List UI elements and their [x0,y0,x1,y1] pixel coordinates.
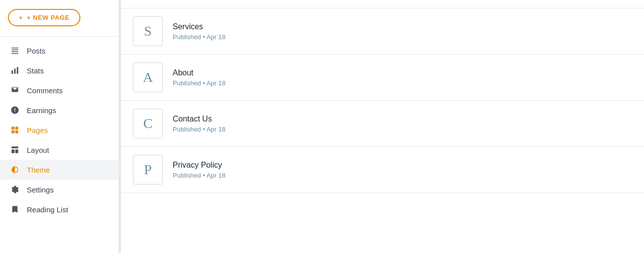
page-icon-services: S [133,16,163,46]
page-meta-services: Published • Apr 18 [173,33,225,41]
theme-icon [10,165,20,175]
svg-rect-9 [15,126,18,129]
page-item-contact[interactable]: C Contact Us Published • Apr 18 [121,101,644,147]
svg-rect-6 [17,67,18,74]
page-meta-privacy: Published • Apr 18 [173,172,225,179]
new-page-button[interactable]: + + NEW PAGE [8,9,80,26]
new-page-label: + NEW PAGE [27,14,69,21]
page-icon-contact: C [133,109,163,138]
page-meta-about: Published • Apr 18 [173,79,225,87]
sidebar-item-settings-label: Settings [27,186,54,194]
page-title-contact: Contact Us [173,115,225,124]
page-info-privacy: Privacy Policy Published • Apr 18 [173,161,225,179]
plus-icon: + [19,14,23,21]
page-icon-privacy: P [133,155,163,185]
svg-rect-10 [11,130,14,133]
sidebar-item-stats-label: Stats [27,66,44,75]
svg-rect-1 [11,50,18,51]
sidebar-item-reading-list[interactable]: Reading List [0,199,119,219]
svg-rect-12 [11,146,18,148]
page-item-services[interactable]: S Services Published • Apr 18 [121,8,644,55]
svg-rect-4 [11,70,13,74]
svg-rect-2 [11,52,18,53]
settings-icon [10,185,20,194]
layout-icon [10,145,20,155]
svg-rect-13 [11,149,14,153]
page-info-services: Services Published • Apr 18 [173,22,225,41]
sidebar-item-theme-label: Theme [27,166,50,174]
sidebar-item-posts[interactable]: Posts [0,41,119,61]
comments-icon [10,85,20,95]
svg-rect-5 [14,68,16,74]
svg-rect-0 [11,48,18,49]
sidebar-item-theme[interactable]: Theme [0,160,119,180]
page-title-about: About [173,68,225,77]
page-info-about: About Published • Apr 18 [173,68,225,87]
sidebar-item-comments[interactable]: Comments [0,80,119,100]
sidebar-item-stats[interactable]: Stats [0,61,119,80]
pages-icon [10,125,20,135]
sidebar-item-reading-list-label: Reading List [27,205,68,214]
sidebar-item-pages-label: Pages [27,126,48,134]
svg-rect-3 [11,53,18,54]
list-icon [10,46,20,56]
earnings-icon [10,105,20,115]
page-list: S Services Published • Apr 18 A About Pu… [121,8,644,193]
stats-icon [10,65,20,75]
sidebar-item-layout-label: Layout [27,146,49,154]
page-title-services: Services [173,22,225,31]
page-title-privacy: Privacy Policy [173,161,225,170]
svg-rect-11 [15,130,18,133]
page-icon-about: A [133,63,163,92]
page-item-privacy[interactable]: P Privacy Policy Published • Apr 18 [121,147,644,193]
sidebar-item-earnings-label: Earnings [27,106,56,115]
page-meta-contact: Published • Apr 18 [173,126,225,133]
page-info-contact: Contact Us Published • Apr 18 [173,115,225,133]
main-content: S Services Published • Apr 18 A About Pu… [121,0,644,253]
svg-rect-8 [11,126,14,129]
sidebar-item-pages[interactable]: Pages [0,120,119,140]
page-item-about[interactable]: A About Published • Apr 18 [121,55,644,101]
sidebar-item-settings[interactable]: Settings [0,180,119,199]
sidebar-item-comments-label: Comments [27,86,63,95]
sidebar: + + NEW PAGE Posts Stats Comments Earnin… [0,0,119,253]
sidebar-item-posts-label: Posts [27,47,46,55]
sidebar-item-layout[interactable]: Layout [0,140,119,160]
svg-rect-14 [15,149,18,153]
sidebar-item-earnings[interactable]: Earnings [0,100,119,120]
sidebar-divider [0,36,119,37]
reading-list-icon [10,204,20,214]
